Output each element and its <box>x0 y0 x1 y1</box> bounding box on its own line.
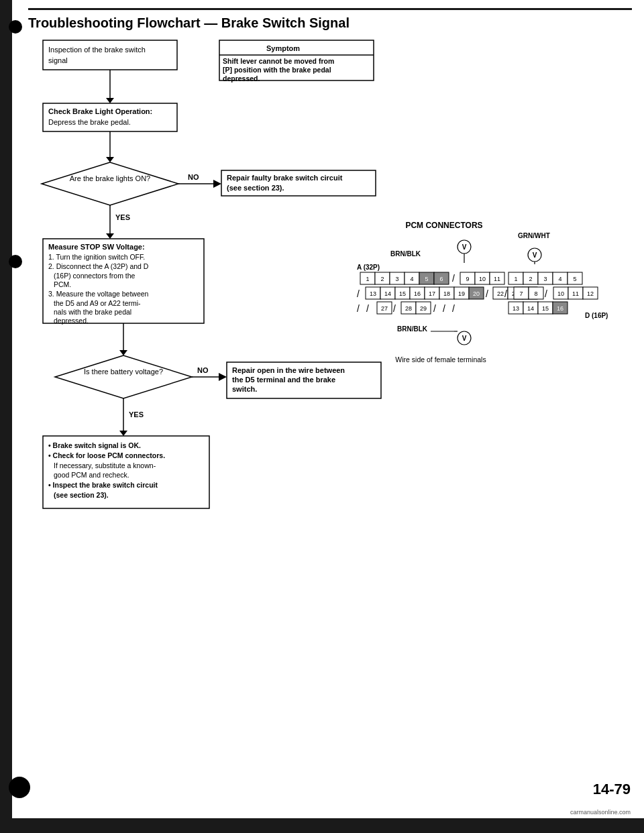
main-content: Troubleshooting Flowchart — Brake Switch… <box>15 0 644 818</box>
svg-text:A (32P): A (32P) <box>357 264 380 271</box>
svg-text:Inspection of the brake switch: Inspection of the brake switch <box>48 46 146 54</box>
svg-text:22: 22 <box>497 290 504 297</box>
svg-text:/: / <box>357 303 360 314</box>
svg-text:• Brake switch signal is OK.: • Brake switch signal is OK. <box>48 441 141 449</box>
svg-text:YES: YES <box>129 410 144 419</box>
svg-text:switch.: switch. <box>232 385 257 393</box>
svg-text:9: 9 <box>466 276 469 282</box>
svg-text:PCM.: PCM. <box>54 280 71 288</box>
svg-text:3: 3 <box>395 276 398 282</box>
svg-text:7: 7 <box>519 290 523 297</box>
svg-text:(see section 23).: (see section 23). <box>227 184 284 192</box>
svg-text:5: 5 <box>573 276 576 282</box>
svg-text:3.  Measure the voltage betwee: 3. Measure the voltage between <box>48 290 149 298</box>
svg-text:13: 13 <box>513 305 519 312</box>
svg-marker-29 <box>213 180 221 188</box>
svg-text:8: 8 <box>534 290 537 297</box>
svg-text:/: / <box>433 303 436 314</box>
side-bullet-top <box>9 20 22 34</box>
svg-text:15: 15 <box>542 305 549 312</box>
svg-text:28: 28 <box>405 305 412 312</box>
svg-text:If necessary, substitute a kno: If necessary, substitute a known- <box>54 461 156 469</box>
svg-text:/: / <box>452 273 455 284</box>
svg-text:19: 19 <box>458 290 465 297</box>
svg-text:BRN/BLK: BRN/BLK <box>390 250 421 258</box>
svg-text:2.  Disconnect the A (32P) and: 2. Disconnect the A (32P) and D <box>48 262 149 270</box>
svg-text:/: / <box>504 288 507 299</box>
svg-marker-25 <box>106 157 114 162</box>
svg-text:/: / <box>357 288 360 299</box>
svg-text:Measure STOP SW Voltage:: Measure STOP SW Voltage: <box>48 243 145 251</box>
svg-text:17: 17 <box>429 290 435 297</box>
svg-text:10: 10 <box>479 276 486 282</box>
svg-text:depressed.: depressed. <box>223 74 260 82</box>
svg-text:D (16P): D (16P) <box>585 312 608 319</box>
svg-text:Are the brake lights ON?: Are the brake lights ON? <box>70 174 150 182</box>
svg-text:Repair open in the wire betwee: Repair open in the wire between <box>232 366 345 374</box>
flowchart-svg: Inspection of the brake switch signal Sy… <box>21 34 625 704</box>
svg-text:1: 1 <box>514 276 517 282</box>
svg-text:13: 13 <box>370 290 376 297</box>
svg-text:[P] position with the brake pe: [P] position with the brake pedal <box>223 66 331 74</box>
svg-text:14: 14 <box>384 290 391 297</box>
svg-text:V: V <box>462 243 467 251</box>
svg-text:27: 27 <box>381 305 388 312</box>
left-bar <box>0 0 12 833</box>
svg-marker-52 <box>219 373 227 381</box>
svg-text:depressed.: depressed. <box>54 317 89 325</box>
svg-text:3: 3 <box>543 276 547 282</box>
svg-text:11: 11 <box>572 290 579 297</box>
svg-text:(16P) connectors from the: (16P) connectors from the <box>54 272 136 280</box>
svg-text:NO: NO <box>188 173 199 181</box>
svg-text:signal: signal <box>48 56 68 64</box>
svg-text:YES: YES <box>115 213 130 221</box>
page-title: Troubleshooting Flowchart — Brake Switch… <box>28 15 632 31</box>
svg-marker-35 <box>106 233 114 239</box>
svg-text:5: 5 <box>425 276 428 282</box>
top-line <box>28 8 632 10</box>
svg-text:/: / <box>452 303 455 314</box>
svg-text:PCM CONNECTORS: PCM CONNECTORS <box>405 221 482 230</box>
svg-text:• Check for loose PCM connecto: • Check for loose PCM connectors. <box>48 451 165 459</box>
svg-text:6: 6 <box>439 276 443 282</box>
svg-text:/: / <box>366 303 369 314</box>
svg-rect-10 <box>43 40 177 70</box>
svg-text:the D5 and A9 or A22 termi-: the D5 and A9 or A22 termi- <box>54 299 141 307</box>
svg-text:14: 14 <box>527 305 534 312</box>
svg-marker-49 <box>55 355 192 398</box>
svg-text:the D5 terminal and the brake: the D5 terminal and the brake <box>232 376 335 384</box>
svg-text:29: 29 <box>420 305 427 312</box>
bottom-bar <box>0 818 644 833</box>
svg-marker-26 <box>42 162 178 205</box>
svg-text:12: 12 <box>587 290 594 297</box>
side-bullet-mid <box>9 255 22 268</box>
svg-text:/: / <box>443 303 445 314</box>
svg-marker-59 <box>119 431 127 436</box>
svg-text:V: V <box>533 252 537 259</box>
svg-text:/: / <box>486 288 488 299</box>
svg-text:NO: NO <box>197 366 209 374</box>
svg-marker-20 <box>106 98 114 103</box>
svg-text:GRN/WHT: GRN/WHT <box>518 232 550 239</box>
svg-text:/: / <box>545 288 547 299</box>
website-label: carmanualsonline.com <box>570 809 631 816</box>
side-bullet-bottom <box>9 777 30 798</box>
svg-text:1.  Turn the ignition switch O: 1. Turn the ignition switch OFF. <box>48 253 145 261</box>
svg-text:Is there battery voltage?: Is there battery voltage? <box>84 368 163 376</box>
svg-text:20: 20 <box>473 290 480 297</box>
svg-text:16: 16 <box>557 305 564 312</box>
svg-text:BRN/BLK: BRN/BLK <box>397 325 428 333</box>
svg-text:Check Brake Light Operation:: Check Brake Light Operation: <box>48 107 152 115</box>
svg-text:2: 2 <box>529 276 532 282</box>
svg-text:10: 10 <box>557 290 564 297</box>
svg-text:Wire side of female terminals: Wire side of female terminals <box>395 355 486 364</box>
svg-text:(see section 23).: (see section 23). <box>54 491 109 499</box>
svg-text:• Inspect the brake switch cir: • Inspect the brake switch circuit <box>48 481 158 489</box>
svg-text:2: 2 <box>380 276 384 282</box>
svg-text:4: 4 <box>410 276 413 282</box>
svg-text:/: / <box>393 303 396 314</box>
svg-text:Depress the brake pedal.: Depress the brake pedal. <box>48 118 131 126</box>
svg-text:nals with the brake pedal: nals with the brake pedal <box>54 308 131 316</box>
svg-text:Symptom: Symptom <box>266 44 300 52</box>
svg-text:4: 4 <box>558 276 561 282</box>
